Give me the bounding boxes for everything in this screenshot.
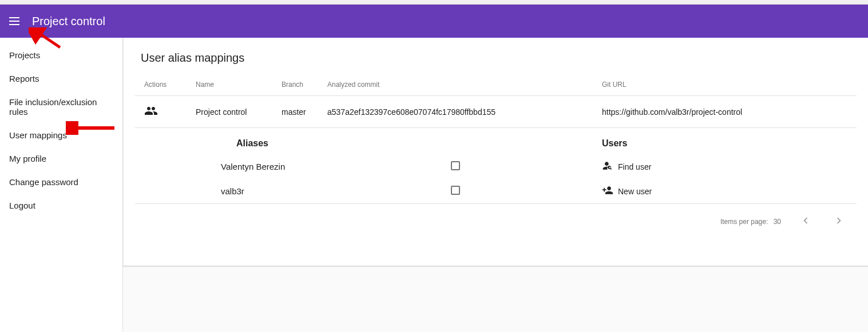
alias-name: Valentyn Berezin xyxy=(187,154,318,179)
table-row: Project control master a537a2ef132397ce6… xyxy=(135,96,857,128)
sidebar-item-label: Logout xyxy=(9,201,35,210)
table-header-row: Actions Name Branch Analyzed commit Git … xyxy=(135,74,857,96)
page-title: User alias mappings xyxy=(141,51,857,65)
alias-checkbox[interactable] xyxy=(451,186,460,195)
aliases-header: Aliases xyxy=(187,128,318,155)
cell-giturl: https://github.com/valb3r/project-contro… xyxy=(593,96,857,128)
sidebar-item-reports[interactable]: Reports xyxy=(0,67,122,90)
sidebar-item-user-mappings[interactable]: User mappings xyxy=(0,123,122,147)
prev-page-button[interactable] xyxy=(797,212,814,231)
app-root: Project control Projects Reports File in… xyxy=(0,5,868,332)
sidebar-item-label: File inclusion/exclusion rules xyxy=(9,97,97,117)
sidebar: Projects Reports File inclusion/exclusio… xyxy=(0,38,123,332)
app-header: Project control xyxy=(0,5,868,38)
col-commit: Analyzed commit xyxy=(318,74,593,96)
alias-name: valb3r xyxy=(187,179,318,204)
sub-headers-row: Aliases Users xyxy=(135,128,857,155)
sidebar-item-change-password[interactable]: Change password xyxy=(0,170,122,194)
find-user-label: Find user xyxy=(618,162,651,171)
paginator-size: 30 xyxy=(774,218,781,226)
sidebar-item-projects[interactable]: Projects xyxy=(0,43,122,67)
sidebar-item-label: Projects xyxy=(9,50,40,60)
alias-row: valb3r New user xyxy=(135,179,857,204)
group-icon[interactable] xyxy=(144,110,158,119)
find-user-button[interactable]: Find user xyxy=(602,160,651,173)
col-name: Name xyxy=(187,74,272,96)
cell-name: Project control xyxy=(187,96,272,128)
cell-branch: master xyxy=(272,96,318,128)
sidebar-item-label: My profile xyxy=(9,154,46,163)
person-add-icon xyxy=(602,185,613,198)
content-card: User alias mappings Actions Name Bran xyxy=(123,38,868,266)
paginator-label: Items per page: xyxy=(720,218,768,226)
paginator: Items per page: 30 xyxy=(144,212,847,231)
main-content: User alias mappings Actions Name Bran xyxy=(123,38,868,332)
menu-icon[interactable] xyxy=(9,14,23,28)
sidebar-item-logout[interactable]: Logout xyxy=(0,194,122,217)
sidebar-item-file-rules[interactable]: File inclusion/exclusion rules xyxy=(0,90,122,123)
person-search-icon xyxy=(602,160,613,173)
alias-checkbox[interactable] xyxy=(451,161,460,170)
new-user-button[interactable]: New user xyxy=(602,185,652,198)
col-branch: Branch xyxy=(272,74,318,96)
chevron-left-icon xyxy=(799,221,812,229)
paginator-row: Items per page: 30 xyxy=(135,204,857,239)
sidebar-item-label: Reports xyxy=(9,74,39,83)
alias-row: Valentyn Berezin Find user xyxy=(135,154,857,179)
col-actions: Actions xyxy=(135,74,187,96)
sidebar-item-my-profile[interactable]: My profile xyxy=(0,147,122,170)
cell-commit: a537a2ef132397ce608e07074fc17980ffbbd155 xyxy=(318,96,593,128)
next-page-button[interactable] xyxy=(830,212,847,231)
col-giturl: Git URL xyxy=(593,74,857,96)
chevron-right-icon xyxy=(833,221,845,229)
app-title: Project control xyxy=(32,15,105,28)
sidebar-item-label: User mappings xyxy=(9,130,67,140)
sidebar-item-label: Change password xyxy=(9,177,78,187)
new-user-label: New user xyxy=(618,187,652,196)
app-body: Projects Reports File inclusion/exclusio… xyxy=(0,38,868,332)
browser-chrome xyxy=(0,0,868,5)
mappings-table: Actions Name Branch Analyzed commit Git … xyxy=(135,74,857,239)
users-header: Users xyxy=(593,128,857,155)
